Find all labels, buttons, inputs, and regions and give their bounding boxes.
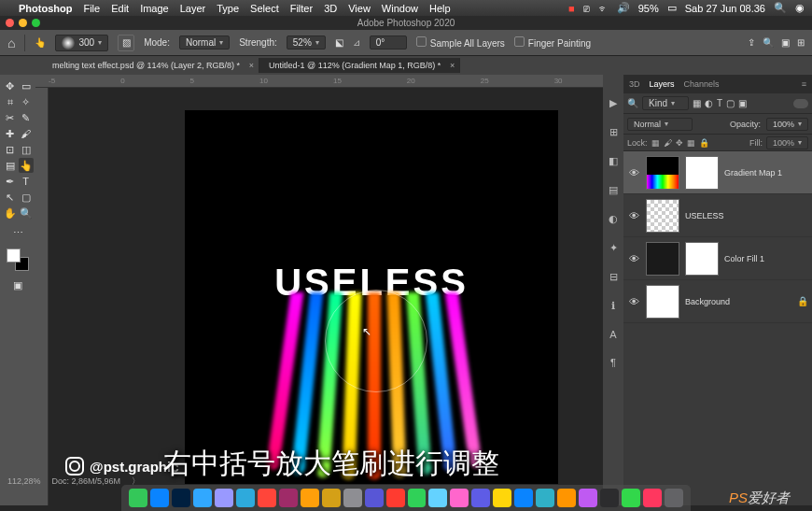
workspace-icon[interactable]: ▣ xyxy=(781,37,790,48)
dock-app-icon[interactable] xyxy=(150,489,169,507)
path-tool[interactable]: ↖ xyxy=(3,190,18,205)
dock-app-icon[interactable] xyxy=(557,489,576,507)
adjustments-panel-icon[interactable]: ◐ xyxy=(609,213,618,225)
shape-tool[interactable]: ▢ xyxy=(19,190,34,205)
lock-pixel-icon[interactable]: 🖌 xyxy=(664,138,672,148)
visibility-icon[interactable]: 👁 xyxy=(627,296,640,307)
dock-app-icon[interactable] xyxy=(279,489,298,507)
home-icon[interactable]: ⌂ xyxy=(7,35,15,50)
color-swatches[interactable] xyxy=(7,248,29,271)
menu-filter[interactable]: Filter xyxy=(290,3,313,14)
angle-input[interactable]: 0° xyxy=(370,35,407,50)
menu-window[interactable]: Window xyxy=(382,3,418,14)
dock-app-icon[interactable] xyxy=(471,489,490,507)
dock-app-icon[interactable] xyxy=(643,489,662,507)
layer-thumbnail[interactable] xyxy=(646,242,679,276)
lock-nest-icon[interactable]: ▦ xyxy=(687,138,695,148)
blend-mode-select[interactable]: Normal▾ xyxy=(179,35,230,50)
document-tab[interactable]: melting text effect.psd @ 114% (Layer 2,… xyxy=(43,58,259,73)
mask-thumbnail[interactable] xyxy=(685,242,719,276)
color-panel-icon[interactable]: ▶ xyxy=(609,97,617,109)
layer-thumbnail[interactable] xyxy=(646,199,679,233)
smudge-tool-icon[interactable]: 👆 xyxy=(35,37,46,48)
dock-app-icon[interactable] xyxy=(450,489,469,507)
dock-app-icon[interactable] xyxy=(408,489,427,507)
document-tab[interactable]: Untitled-1 @ 112% (Gradient Map 1, RGB/8… xyxy=(259,58,460,73)
screen-mode[interactable]: ▣ xyxy=(10,277,25,292)
menu-select[interactable]: Select xyxy=(250,3,279,14)
zoom-level[interactable]: 112,28% xyxy=(7,476,41,486)
dock-app-icon[interactable] xyxy=(579,489,597,507)
layer-row[interactable]: 👁 Color Fill 1 xyxy=(623,237,812,280)
styles-panel-icon[interactable]: ✦ xyxy=(609,242,618,254)
share-icon[interactable]: ⇪ xyxy=(748,37,755,48)
menu-3d[interactable]: 3D xyxy=(324,3,337,14)
lasso-tool[interactable]: ⌗ xyxy=(3,94,18,109)
move-tool[interactable]: ✥ xyxy=(3,78,18,93)
edit-toolbar[interactable]: ⋯ xyxy=(10,225,25,240)
menu-image[interactable]: Image xyxy=(140,3,169,14)
dock-app-icon[interactable] xyxy=(215,489,233,507)
close-icon[interactable]: × xyxy=(249,61,254,70)
brush-preset-picker[interactable]: 300 ▾ xyxy=(55,35,108,51)
crop-tool[interactable]: ✂ xyxy=(3,110,18,125)
dock-app-icon[interactable] xyxy=(386,489,405,507)
menu-file[interactable]: File xyxy=(83,3,100,14)
dock-app-icon[interactable] xyxy=(493,489,511,507)
eraser-tool[interactable]: ◫ xyxy=(19,142,34,157)
tab-3d[interactable]: 3D xyxy=(629,79,640,89)
blend-mode-select[interactable]: Normal▾ xyxy=(627,118,693,131)
visibility-icon[interactable]: 👁 xyxy=(627,210,640,221)
menu-photoshop[interactable]: Photoshop xyxy=(19,3,72,14)
dock-app-icon[interactable] xyxy=(258,489,276,507)
hand-tool[interactable]: ✋ xyxy=(3,206,18,220)
menu-view[interactable]: View xyxy=(348,3,371,14)
actions-panel-icon[interactable]: ▤ xyxy=(609,184,618,196)
layer-thumbnail[interactable] xyxy=(646,285,679,319)
visibility-icon[interactable]: 👁 xyxy=(627,253,640,264)
panel-menu-icon[interactable]: ≡ xyxy=(802,79,806,89)
tab-channels[interactable]: Channels xyxy=(684,79,720,89)
history-panel-icon[interactable]: ◧ xyxy=(609,155,618,167)
layer-name[interactable]: USELESS xyxy=(685,211,724,220)
arrange-icon[interactable]: ⊞ xyxy=(797,37,805,48)
close-icon[interactable]: × xyxy=(450,61,455,70)
macos-dock[interactable] xyxy=(121,485,691,511)
lock-pos-icon[interactable]: ✥ xyxy=(676,138,683,148)
pressure-icon[interactable]: ⬕ xyxy=(335,37,343,48)
dock-app-icon[interactable] xyxy=(172,489,190,507)
layer-row[interactable]: 👁 Gradient Map 1 xyxy=(623,151,812,194)
lock-all-icon[interactable]: 🔒 xyxy=(699,138,709,148)
siri-icon[interactable]: ◉ xyxy=(795,2,805,14)
dock-app-icon[interactable] xyxy=(343,489,362,507)
screen-icon[interactable]: ⎚ xyxy=(583,3,590,14)
layer-thumbnail[interactable] xyxy=(646,156,679,190)
eyedropper-tool[interactable]: ✎ xyxy=(19,110,34,125)
opacity-input[interactable]: 100%▾ xyxy=(766,118,808,131)
wifi-icon[interactable]: ᯤ xyxy=(598,3,609,14)
search-docs-icon[interactable]: 🔍 xyxy=(763,37,774,48)
wand-tool[interactable]: ✧ xyxy=(19,94,34,109)
gradient-tool[interactable]: ▤ xyxy=(3,158,18,173)
brush-tool[interactable]: 🖌 xyxy=(19,126,34,141)
layer-row[interactable]: 👁 Background 🔒 xyxy=(623,280,812,323)
tab-layers[interactable]: Layers xyxy=(650,79,675,89)
dock-app-icon[interactable] xyxy=(536,489,554,507)
menu-layer[interactable]: Layer xyxy=(180,3,206,14)
dock-app-icon[interactable] xyxy=(322,489,341,507)
doc-size[interactable]: Doc: 2,86M/5,96M xyxy=(52,476,121,486)
zoom-tool[interactable]: 🔍 xyxy=(19,206,34,220)
dock-app-icon[interactable] xyxy=(193,489,212,507)
dock-app-icon[interactable] xyxy=(665,489,683,507)
filter-pixel-icon[interactable]: ▦ xyxy=(693,98,701,108)
filter-smart-icon[interactable]: ▣ xyxy=(738,98,747,108)
dock-app-icon[interactable] xyxy=(236,489,255,507)
artboard-tool[interactable]: ▭ xyxy=(19,78,34,93)
smudge-tool[interactable]: 👆 xyxy=(19,158,34,173)
lock-trans-icon[interactable]: ▦ xyxy=(651,138,660,148)
filter-kind-select[interactable]: Kind▾ xyxy=(642,96,689,110)
properties-panel-icon[interactable]: ⊟ xyxy=(609,271,618,283)
stamp-tool[interactable]: ⊡ xyxy=(3,142,18,157)
dock-app-icon[interactable] xyxy=(622,489,640,507)
dock-app-icon[interactable] xyxy=(301,489,319,507)
